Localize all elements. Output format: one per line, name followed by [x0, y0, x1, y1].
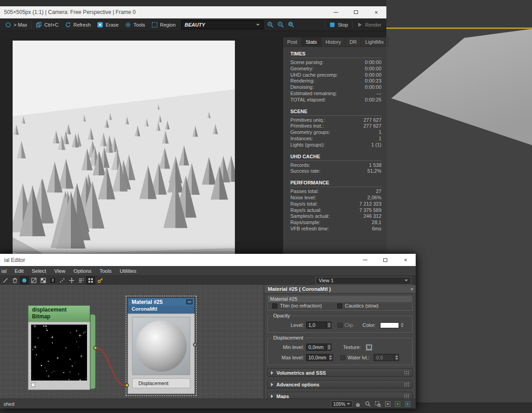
editor-titlebar[interactable]: ial Editor × — [0, 254, 416, 266]
minimize-button[interactable] — [326, 6, 346, 18]
material-node-body: Displacement — [128, 313, 195, 394]
vfb-tab-history[interactable]: History — [321, 37, 345, 46]
stop-button[interactable]: Stop — [326, 20, 351, 30]
zoom-extents-button[interactable] — [383, 400, 392, 408]
vfb-tab-post[interactable]: Post — [283, 37, 302, 46]
displacement-slot[interactable]: Displacement — [132, 378, 190, 388]
menu-edit[interactable]: Edit — [11, 268, 28, 274]
panel-close-icon[interactable]: × — [410, 286, 413, 292]
clip-checkbox[interactable] — [338, 323, 343, 328]
material-node-title[interactable]: Material #25 — [128, 298, 195, 306]
zoom-in-button[interactable] — [266, 20, 276, 30]
maximize-icon — [383, 258, 387, 262]
erase-button[interactable]: Erase — [94, 20, 122, 30]
pan-hand-button[interactable] — [353, 400, 362, 408]
min-level-spinner[interactable]: 0,0mm — [306, 344, 331, 351]
displacement-input-socket[interactable] — [125, 383, 129, 387]
close-button[interactable]: × — [395, 254, 416, 266]
thin-checkbox[interactable] — [272, 303, 277, 308]
rollout-maps[interactable]: Maps — [267, 392, 413, 399]
vfb-max-menu-button[interactable]: > Max — [2, 20, 30, 30]
refresh-button[interactable]: Refresh — [62, 20, 94, 30]
texture-map-button[interactable]: M — [366, 344, 372, 351]
vfb-tab-stats[interactable]: Stats — [302, 37, 321, 46]
material-node[interactable]: Material #25 CoronaMtl Displacement — [128, 298, 195, 394]
opacity-level-spinner[interactable]: 1,0 — [306, 321, 331, 329]
stats-label: Rays/sample: — [290, 220, 321, 226]
max-level-value: 10,0mm — [307, 354, 328, 361]
connector-style-icon[interactable] — [1, 276, 10, 285]
bitmap-output-socket[interactable] — [93, 346, 97, 350]
stats-label: Noise level: — [290, 195, 316, 201]
zoom-level-select[interactable]: 105% — [331, 400, 353, 408]
menu-options[interactable]: Options — [69, 268, 96, 274]
node-minimize-button[interactable] — [186, 299, 193, 304]
region-label: Region — [160, 22, 176, 28]
opacity-color-swatch[interactable] — [380, 322, 399, 328]
node-view[interactable]: displacement Bitmap Material #25 — [0, 285, 264, 399]
pick-material-icon[interactable] — [96, 276, 105, 285]
water-level-checkbox[interactable] — [340, 355, 345, 360]
delete-icon[interactable] — [10, 276, 19, 285]
stats-label: Passes total: — [290, 188, 319, 195]
copy-button[interactable]: Ctrl+C — [32, 20, 61, 30]
material-thumbnail[interactable] — [132, 317, 190, 375]
bitmap-node-header[interactable]: displacement Bitmap — [28, 305, 90, 321]
vfb-titlebar[interactable]: 505×505px (1:1) | Camera: Free Perspecti… — [0, 6, 386, 18]
zoom-fit-button[interactable] — [286, 20, 297, 30]
show-map-icon[interactable] — [39, 276, 48, 285]
rollout-volumetrics-and-sss[interactable]: Volumetrics and SSS — [267, 368, 413, 377]
menu-utilities[interactable]: Utilities — [116, 268, 141, 274]
move-children-icon[interactable] — [67, 276, 76, 285]
menu-tools[interactable]: Tools — [96, 268, 116, 274]
water-level-spinner[interactable]: 0,5 — [374, 354, 399, 361]
bitmap-thumbnail — [31, 325, 87, 381]
spinner-arrows-icon[interactable] — [326, 322, 331, 328]
stats-row: Estimated remaining:--- — [290, 91, 381, 97]
spinner-arrows-icon[interactable] — [326, 344, 331, 350]
hide-unused-slots-icon[interactable] — [77, 276, 86, 285]
vfb-tab-dr[interactable]: DR — [345, 37, 361, 46]
stats-value: 51,2% — [367, 168, 381, 174]
material-id-icon[interactable]: 0 — [48, 276, 57, 285]
pan-to-selected-button[interactable] — [403, 400, 412, 408]
close-button[interactable]: × — [366, 6, 386, 18]
stats-label: Geometry groups: — [290, 129, 330, 136]
maximize-button[interactable] — [375, 254, 395, 266]
editor-statusbar: shed 105% — [0, 399, 416, 408]
render-button[interactable]: Render — [353, 20, 385, 30]
view-selector-value: View 1 — [319, 278, 334, 283]
stats-label: Estimated remaining: — [290, 91, 337, 97]
minimize-button[interactable] — [355, 254, 375, 266]
spinner-arrows-icon[interactable] — [328, 354, 333, 361]
material-output-socket[interactable] — [193, 343, 197, 347]
parameter-panel-header[interactable]: Material #25 ( CoronaMtl ) × — [264, 285, 416, 294]
layout-all-icon[interactable] — [86, 276, 95, 285]
stats-section-title: PERFORMANCE — [290, 180, 381, 187]
max-level-spinner[interactable]: 10,0mm — [306, 354, 333, 361]
swatch-spinner-icon[interactable] — [401, 323, 404, 327]
menu-select[interactable]: Select — [28, 268, 50, 274]
menu-view[interactable]: View — [50, 268, 69, 274]
menu-ial[interactable]: ial — [0, 268, 11, 274]
zoom-extents-selected-button[interactable] — [393, 400, 402, 408]
zoom-out-button[interactable] — [276, 20, 286, 30]
vfb-tab-lightmix[interactable]: LightMix — [361, 37, 388, 46]
render-canvas-area[interactable] — [0, 37, 283, 261]
caustics-checkbox[interactable] — [337, 303, 342, 308]
rollout-advanced-options[interactable]: Advanced options — [267, 380, 413, 389]
preview-corner-icon[interactable] — [31, 383, 35, 387]
material-name-field[interactable]: Material #25 — [267, 295, 413, 303]
bitmap-output-tab[interactable] — [90, 314, 96, 389]
maximize-button[interactable] — [346, 6, 366, 18]
region-button[interactable]: Region — [148, 20, 179, 30]
tools-button[interactable]: Tools — [122, 20, 148, 30]
zoom-tool-button[interactable] — [363, 400, 372, 408]
show-background-icon[interactable] — [29, 276, 38, 285]
show-shaded-material-icon[interactable] — [20, 276, 29, 285]
zoom-region-button[interactable] — [373, 400, 382, 408]
view-selector[interactable]: View 1 — [316, 277, 411, 285]
render-channel-select[interactable]: BEAUTY — [181, 20, 263, 29]
bitmap-node[interactable]: displacement Bitmap — [28, 305, 90, 390]
dots-icon[interactable] — [58, 276, 67, 285]
